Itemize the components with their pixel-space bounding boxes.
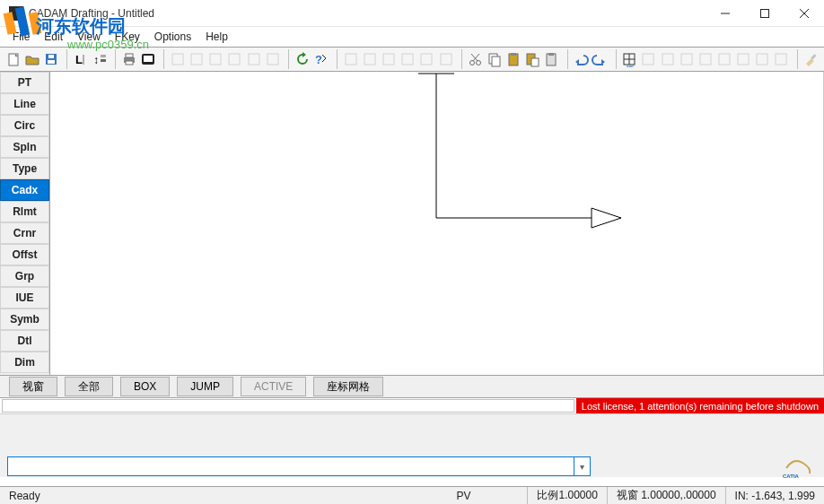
- redo-icon[interactable]: [591, 49, 609, 69]
- svg-rect-11: [48, 55, 54, 58]
- g8-icon[interactable]: [772, 49, 791, 69]
- drawing-content: [50, 72, 822, 375]
- help-icon[interactable]: ?: [311, 49, 330, 69]
- svg-rect-32: [402, 54, 413, 65]
- bottom-btn-jump[interactable]: JUMP: [177, 377, 233, 396]
- svg-point-36: [476, 61, 480, 65]
- bottom-btn-座标网格[interactable]: 座标网格: [313, 377, 383, 396]
- clipboard-icon[interactable]: [542, 49, 561, 69]
- tool-grp[interactable]: Grp: [0, 265, 49, 287]
- menu-item-fkey[interactable]: FKey: [108, 28, 147, 46]
- menu-item-edit[interactable]: Edit: [37, 28, 70, 46]
- ortho-icon[interactable]: [168, 49, 187, 69]
- menu-item-file[interactable]: File: [5, 28, 37, 46]
- g6-icon[interactable]: [734, 49, 753, 69]
- print-icon[interactable]: [119, 49, 138, 69]
- bottom-btn-box[interactable]: BOX: [120, 377, 170, 396]
- status-window: 视窗 1.00000,.00000: [608, 487, 726, 504]
- svg-rect-53: [643, 54, 653, 65]
- paste2-icon[interactable]: [522, 49, 541, 69]
- svg-rect-40: [492, 56, 500, 66]
- svg-rect-55: [681, 54, 692, 65]
- tool-iue[interactable]: IUE: [0, 287, 49, 308]
- order-icon[interactable]: ↕: [90, 49, 109, 69]
- menu-item-view[interactable]: View: [70, 28, 108, 46]
- g1-icon[interactable]: [639, 49, 658, 69]
- save-icon[interactable]: [41, 49, 60, 69]
- tool-pt[interactable]: PT: [0, 72, 49, 93]
- dim-v-icon[interactable]: [360, 49, 379, 69]
- svg-rect-15: [101, 55, 106, 57]
- tool-crnr[interactable]: Crnr: [0, 222, 49, 244]
- svg-rect-44: [531, 58, 539, 66]
- refresh-icon[interactable]: [293, 49, 311, 69]
- tool-cadx[interactable]: Cadx: [0, 179, 49, 201]
- menu-item-help[interactable]: Help: [198, 28, 235, 46]
- svg-rect-34: [441, 54, 451, 65]
- dim-a-icon[interactable]: [380, 49, 399, 69]
- grid-icon[interactable]: [206, 49, 225, 69]
- bottom-button-bar: 视窗全部BOXJUMPACTIVE座标网格: [0, 375, 824, 398]
- preview-icon[interactable]: [139, 49, 158, 69]
- status-ready: Ready: [0, 487, 447, 504]
- drawing-canvas[interactable]: [50, 72, 824, 375]
- tool-line[interactable]: Line: [0, 93, 49, 115]
- menu-item-options[interactable]: Options: [147, 28, 198, 46]
- command-input[interactable]: [7, 456, 574, 476]
- dim-o-icon[interactable]: [436, 49, 455, 69]
- svg-text:CATIA: CATIA: [783, 474, 800, 479]
- bottom-btn-全部[interactable]: 全部: [65, 377, 113, 396]
- tool-symb[interactable]: Symb: [0, 308, 49, 330]
- svg-rect-25: [229, 54, 240, 65]
- tool-spln[interactable]: Spln: [0, 136, 49, 158]
- g3-icon[interactable]: [677, 49, 696, 69]
- open-icon[interactable]: [22, 49, 41, 69]
- svg-rect-46: [548, 53, 554, 56]
- status-pv: PV: [447, 487, 528, 504]
- maximize-button[interactable]: [745, 0, 785, 27]
- bottom-btn-视窗[interactable]: 视窗: [9, 377, 57, 396]
- grid-set-icon[interactable]: set: [620, 49, 639, 69]
- svg-text:L: L: [75, 53, 83, 66]
- svg-rect-27: [267, 54, 278, 65]
- layer-icon[interactable]: L: [71, 49, 90, 69]
- g4-icon[interactable]: [696, 49, 714, 69]
- paste-icon[interactable]: [504, 49, 522, 69]
- svg-rect-56: [700, 54, 711, 65]
- svg-rect-22: [172, 54, 183, 65]
- cut-icon[interactable]: [466, 49, 485, 69]
- tool-dtl[interactable]: Dtl: [0, 330, 49, 352]
- close-button[interactable]: [785, 0, 824, 27]
- brush-icon[interactable]: [802, 49, 820, 69]
- tool-offst[interactable]: Offst: [0, 244, 49, 265]
- new-icon[interactable]: [4, 49, 22, 69]
- polar-icon[interactable]: [244, 49, 263, 69]
- command-row: ▾ CATIA: [0, 456, 824, 477]
- dim-d-icon[interactable]: [417, 49, 436, 69]
- tool-dim[interactable]: Dim: [0, 352, 49, 373]
- alert-empty-cell: [2, 399, 574, 413]
- toolbar: L↕?set: [0, 47, 824, 72]
- alert-message: Lost license, 1 attention(s) remaining b…: [576, 398, 824, 413]
- dim-h-icon[interactable]: [341, 49, 360, 69]
- tool-circ[interactable]: Circ: [0, 115, 49, 136]
- svg-marker-65: [592, 208, 621, 228]
- snap-icon[interactable]: [188, 49, 206, 69]
- svg-text:?: ?: [315, 53, 322, 66]
- g7-icon[interactable]: [753, 49, 772, 69]
- undo-icon[interactable]: [572, 49, 591, 69]
- svg-rect-60: [776, 54, 786, 65]
- alert-bar: Lost license, 1 attention(s) remaining b…: [0, 398, 824, 414]
- dim-r-icon[interactable]: [399, 49, 417, 69]
- svg-rect-57: [719, 54, 730, 65]
- command-dropdown-icon[interactable]: ▾: [574, 456, 591, 476]
- svg-rect-26: [249, 54, 259, 65]
- tool-rlmt[interactable]: Rlmt: [0, 201, 49, 222]
- copy-icon[interactable]: [485, 49, 504, 69]
- minimize-button[interactable]: [706, 0, 745, 27]
- osnap-icon[interactable]: [225, 49, 244, 69]
- track-icon[interactable]: [263, 49, 282, 69]
- g5-icon[interactable]: [714, 49, 733, 69]
- g2-icon[interactable]: [658, 49, 677, 69]
- tool-type[interactable]: Type: [0, 158, 49, 179]
